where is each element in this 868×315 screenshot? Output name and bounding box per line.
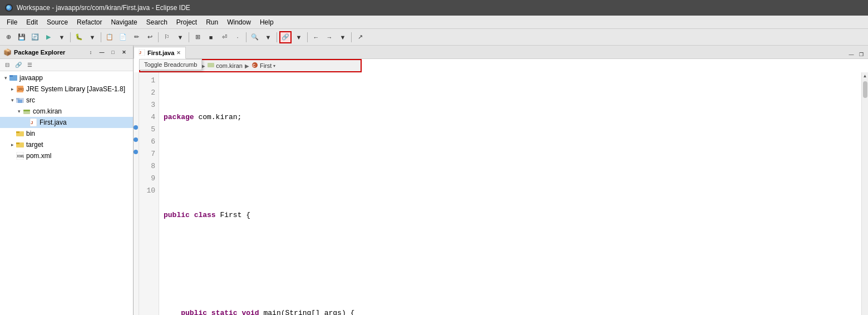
toolbar-sep-5 — [246, 32, 246, 42]
panel-close-btn[interactable]: ✕ — [120, 48, 129, 56]
svg-text:JRE: JRE — [17, 87, 24, 92]
toolbar-sep-8 — [351, 32, 352, 42]
tree-item-com-kiran[interactable]: ▾ com.kiran — [0, 106, 133, 117]
menu-navigate[interactable]: Navigate — [106, 17, 141, 27]
svg-rect-15 — [16, 131, 19, 133]
line-num-4: 4 — [142, 111, 155, 124]
panel-max-btn[interactable]: □ — [108, 48, 117, 56]
breadcrumb-item-first[interactable]: C First ▾ — [251, 62, 275, 70]
editor-min-btn[interactable]: — — [847, 51, 856, 58]
toolbar-btn-external[interactable]: ↗ — [354, 31, 366, 43]
tree-item-javaapp[interactable]: ▾ javaapp — [0, 72, 133, 83]
line-num-9: 9 — [142, 173, 155, 185]
toolbar-btn-back[interactable]: ← — [310, 31, 322, 43]
menu-help[interactable]: Help — [255, 17, 278, 27]
toolbar-btn-undo[interactable]: ↩ — [144, 31, 156, 43]
toolbar-btn-breadcrumb-dropdown[interactable]: ▼ — [293, 31, 305, 43]
toolbar-btn-save[interactable]: 💾 — [16, 31, 28, 43]
breadcrumb-com-kiran-icon — [208, 62, 214, 70]
source-folder-icon — [16, 96, 24, 105]
breadcrumb-first-dropdown[interactable]: ▾ — [273, 63, 275, 68]
code-line-3: public class First { — [164, 209, 857, 222]
toolbar-btn-paste[interactable]: 📄 — [117, 31, 129, 43]
toolbar-btn-new[interactable]: ⊕ — [2, 31, 14, 43]
svg-rect-24 — [208, 63, 214, 67]
toolbar-btn-skip[interactable]: ■ — [205, 31, 217, 43]
code-editor[interactable]: 1 2 3 4 5 6 7 8 9 10 package com.kiran; — [134, 72, 868, 315]
xml-file-icon: XML — [16, 151, 24, 160]
tree-item-src[interactable]: ▾ src — [0, 95, 133, 106]
code-content[interactable]: package com.kiran; public class First { — [159, 72, 861, 315]
panel-toolbar-collapse-all[interactable]: ⊟ — [2, 60, 12, 70]
scrollbar-up-btn[interactable]: ▲ — [862, 72, 869, 79]
breadcrumb-first-icon: C — [251, 62, 258, 70]
tree-arrow-com-kiran: ▾ — [16, 109, 22, 114]
package-icon — [22, 107, 31, 116]
tree-item-bin[interactable]: ▸ bin — [0, 128, 133, 139]
line-num-10: 10 — [142, 185, 155, 197]
menu-edit[interactable]: Edit — [22, 17, 42, 27]
menu-source[interactable]: Source — [42, 17, 72, 27]
gutter-line-1 — [134, 72, 138, 85]
svg-text:XML: XML — [17, 154, 24, 158]
menu-project[interactable]: Project — [172, 17, 201, 27]
toolbar-btn-run[interactable]: ▶ — [42, 31, 55, 43]
panel-min-btn[interactable]: — — [97, 48, 106, 56]
tree-label-javaapp: javaapp — [19, 74, 43, 82]
main-layout: 📦 Package Explorer ↕ — □ ✕ ⊟ 🔗 ☰ ▾ javaa — [0, 46, 868, 315]
toolbar-btn-run-dropdown[interactable]: ▼ — [56, 31, 68, 43]
svg-rect-11 — [23, 110, 30, 111]
java-file-icon: J — [29, 118, 38, 127]
toolbar-btn-prev-edit[interactable]: ⊞ — [191, 31, 204, 43]
toolbar-btn-search-dropdown[interactable]: ▼ — [262, 31, 274, 43]
toolbar-btn-debug[interactable]: 🐛 — [73, 31, 85, 43]
toolbar-btn-refresh[interactable]: 🔄 — [29, 31, 41, 43]
tree-label-first-java: First.java — [40, 119, 67, 126]
breadcrumb-item-com-kiran[interactable]: com.kiran — [208, 62, 243, 70]
tree-label-jre: JRE System Library [JavaSE-1.8] — [26, 85, 125, 93]
tree-item-target[interactable]: ▸ target — [0, 139, 133, 150]
panel-collapse-btn[interactable]: ↕ — [86, 48, 95, 56]
panel-toolbar-link[interactable]: 🔗 — [13, 60, 23, 70]
toolbar-sep-7 — [307, 32, 308, 42]
editor-scrollbar[interactable]: ▲ — [861, 72, 868, 315]
toolbar-btn-nav-dropdown[interactable]: ▼ — [337, 31, 349, 43]
toolbar-btn-breadcrumb[interactable]: 🔗 — [279, 31, 292, 43]
tab-close-first-java[interactable]: ✕ — [176, 50, 181, 56]
toolbar-btn-next-dropdown[interactable]: ▼ — [174, 31, 186, 43]
menu-refactor[interactable]: Refactor — [72, 17, 106, 27]
code-line-5: public static void main(String[] args) { — [164, 307, 857, 315]
toolbar-btn-debug-dropdown[interactable]: ▼ — [86, 31, 98, 43]
editor-restore-btn[interactable]: ❐ — [857, 51, 866, 58]
menu-run[interactable]: Run — [201, 17, 223, 27]
panel-toolbar: ⊟ 🔗 ☰ — [0, 59, 133, 71]
line-num-1: 1 — [142, 75, 155, 87]
breadcrumb-first-label: First — [260, 62, 272, 69]
editor-area: J First.java ✕ — ❐ Toggle Breadcrumb — [134, 46, 868, 315]
toolbar-btn-return[interactable]: ⏎ — [218, 31, 230, 43]
toolbar-sep-3 — [158, 32, 159, 42]
gutter — [134, 72, 139, 315]
tree-item-jre[interactable]: ▸ JRE JRE System Library [JavaSE-1.8] — [0, 83, 133, 95]
scrollbar-thumb[interactable] — [863, 81, 867, 98]
tree-label-pom-xml: pom.xml — [26, 152, 51, 160]
menu-window[interactable]: Window — [223, 17, 255, 27]
panel-toolbar-menu[interactable]: ☰ — [24, 60, 34, 70]
menu-search[interactable]: Search — [142, 17, 172, 27]
tree-label-bin: bin — [26, 130, 35, 137]
toolbar-btn-next-annot[interactable]: ⚐ — [161, 31, 173, 43]
gutter-line-8 — [134, 158, 138, 170]
toolbar-btn-search[interactable]: 🔍 — [249, 31, 261, 43]
line-num-2: 2 — [142, 87, 155, 99]
folder-icon-target — [16, 140, 24, 149]
toolbar-btn-forward[interactable]: → — [323, 31, 336, 43]
toolbar-btn-edit[interactable]: ✏ — [130, 31, 142, 43]
toolbar-btn-copy[interactable]: 📋 — [103, 31, 116, 43]
tree-item-first-java[interactable]: ▸ J First.java — [0, 117, 133, 128]
svg-rect-4 — [9, 75, 13, 77]
toolbar-sep-6 — [277, 32, 277, 42]
tree-item-pom-xml[interactable]: ▸ XML pom.xml — [0, 150, 133, 161]
menu-file[interactable]: File — [2, 17, 22, 27]
tab-first-java[interactable]: J First.java ✕ — [134, 47, 186, 59]
toolbar-btn-dot[interactable]: · — [231, 31, 244, 43]
